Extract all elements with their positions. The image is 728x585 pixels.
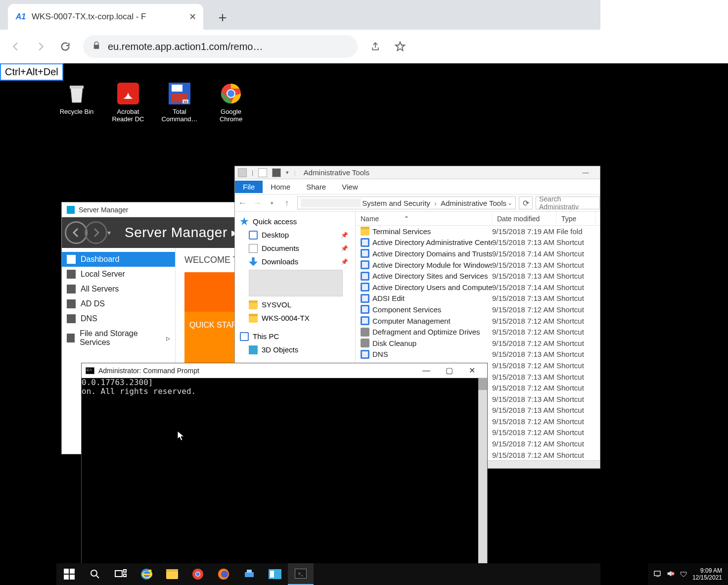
tree-quick-access[interactable]: Quick access	[235, 215, 355, 228]
volume-muted-icon[interactable]	[667, 570, 675, 579]
adobe-icon	[116, 81, 140, 106]
cmd-title-bar[interactable]: Administrator: Command Prompt — ▢ ✕	[82, 363, 487, 378]
command-prompt-window[interactable]: Administrator: Command Prompt — ▢ ✕ 0.0.…	[81, 363, 488, 579]
col-type[interactable]: Type	[556, 212, 596, 225]
path-segment[interactable]: System and Security	[362, 199, 430, 207]
taskbar-ie[interactable]	[134, 563, 159, 585]
tab-close-icon[interactable]: ✕	[189, 11, 196, 22]
tree-downloads[interactable]: Downloads📌	[235, 255, 355, 268]
file-row[interactable]: Defragment and Optimize Drives9/15/2018 …	[356, 326, 600, 338]
taskbar-printer[interactable]	[236, 563, 262, 585]
file-row[interactable]: DNS9/15/2018 7:13 AMShortcut	[356, 349, 600, 360]
desktop-icon-total-commander[interactable]: 64 Total Command…	[160, 81, 199, 123]
sm-nav-dns[interactable]: DNS	[62, 311, 175, 326]
file-type: Shortcut	[556, 350, 596, 358]
file-row[interactable]: Disk Cleanup9/15/2018 7:12 AMShortcut	[356, 338, 600, 349]
nav-back-button[interactable]	[5, 36, 27, 57]
tree-sysvol[interactable]: SYSVOL	[235, 298, 355, 311]
close-button[interactable]: ✕	[460, 364, 483, 378]
cmd-scroll-thumb[interactable]	[478, 378, 487, 390]
taskbar-file-explorer[interactable]	[159, 563, 185, 585]
tree-desktop[interactable]: Desktop📌	[235, 228, 355, 242]
qat-icon[interactable]	[272, 168, 281, 177]
fe-tab-home[interactable]: Home	[263, 181, 298, 193]
file-date: 9/15/2018 7:12 AM	[492, 428, 556, 437]
sm-nav-all-servers[interactable]: All Servers	[62, 282, 175, 296]
fe-quick-access-toolbar: | ▾ | Administrative Tools —	[235, 166, 600, 179]
start-button[interactable]	[56, 563, 82, 585]
taskbar-server-manager[interactable]	[262, 563, 288, 585]
fe-window-title: Administrative Tools	[304, 168, 369, 177]
fe-tab-file[interactable]: File	[235, 181, 263, 193]
taskbar-cmd[interactable]: >_	[288, 563, 314, 585]
col-date[interactable]: Date modified	[492, 212, 556, 225]
file-row[interactable]: Active Directory Domains and Trusts9/15/…	[356, 248, 600, 259]
file-row[interactable]: ADSI Edit9/15/2018 7:13 AMShortcut	[356, 293, 600, 304]
file-row[interactable]: Component Services9/15/2018 7:12 AMShort…	[356, 304, 600, 315]
sm-nav-file-storage[interactable]: File and Storage Services▹	[62, 326, 175, 350]
file-name: DNS	[372, 350, 492, 358]
network-icon[interactable]	[654, 570, 662, 579]
desktop-icon-chrome[interactable]: Google Chrome	[212, 81, 250, 123]
fe-nav-history[interactable]: ▾	[265, 200, 279, 206]
server-manager-title: Server Manager	[79, 206, 128, 214]
bookmark-button[interactable]	[389, 36, 411, 57]
ctrl-alt-del-button[interactable]: Ctrl+Alt+Del	[0, 63, 63, 81]
fe-nav-up[interactable]: ↑	[279, 198, 294, 208]
server-manager-breadcrumb-root[interactable]: Server Manager	[125, 225, 228, 241]
share-button[interactable]	[364, 36, 386, 57]
sm-nav-ad-ds[interactable]: AD DS	[62, 296, 175, 311]
file-row[interactable]: Active Directory Users and Computers9/15…	[356, 282, 600, 293]
nav-forward-button[interactable]	[30, 36, 51, 57]
fe-path[interactable]: System and Security › Administrative Too…	[297, 196, 516, 209]
fe-tab-view[interactable]: View	[334, 181, 365, 193]
col-name[interactable]: Name⌃	[356, 212, 492, 225]
minimize-button[interactable]: —	[415, 364, 438, 378]
file-row[interactable]: Active Directory Sites and Services9/15/…	[356, 270, 600, 282]
file-row[interactable]: Active Directory Administrative Center9/…	[356, 237, 600, 248]
fe-nav-forward[interactable]: →	[250, 198, 265, 208]
taskbar-firefox[interactable]	[211, 563, 236, 585]
maximize-button[interactable]: ▢	[438, 364, 460, 378]
file-date: 9/15/2018 7:14 AM	[492, 283, 556, 292]
minimize-button[interactable]: —	[574, 166, 597, 179]
chevron-down-icon[interactable]: ⌄	[507, 199, 512, 206]
browser-toolbar: eu.remote.app.action1.com/remo…	[0, 30, 728, 63]
nav-forward-icon[interactable]	[85, 221, 107, 244]
cmd-body[interactable]: 0.0.17763.2300] on. All rights reserved.	[82, 378, 487, 578]
new-tab-button[interactable]: +	[216, 11, 229, 25]
taskbar-chrome[interactable]	[185, 563, 211, 585]
action1-tray-icon[interactable]	[680, 570, 687, 579]
cmd-scrollbar[interactable]	[478, 378, 487, 578]
sm-nav-dashboard[interactable]: Dashboard	[62, 252, 175, 267]
fe-search-input[interactable]: Search Administrativ	[536, 196, 600, 209]
fe-refresh-button[interactable]: ⟳	[519, 196, 533, 209]
desktop-icon-acrobat[interactable]: Acrobat Reader DC	[109, 81, 147, 123]
nav-reload-button[interactable]	[54, 36, 76, 57]
qat-icon[interactable]	[258, 168, 267, 177]
file-row[interactable]: Computer Management9/15/2018 7:12 AMShor…	[356, 315, 600, 327]
desktop-icon-recycle-bin[interactable]: Recycle Bin	[57, 81, 96, 123]
tree-this-pc[interactable]: This PC	[235, 330, 355, 343]
qat-icon[interactable]	[238, 168, 247, 177]
task-view-button[interactable]	[108, 563, 134, 585]
fe-nav-back[interactable]: ←	[235, 198, 250, 208]
tree-wks0004[interactable]: WKS-0004-TX	[235, 311, 355, 325]
omnibox[interactable]: eu.remote.app.action1.com/remo…	[83, 35, 358, 58]
browser-tab[interactable]: A1 WKS-0007-TX.tx-corp.local - F ✕	[8, 4, 203, 30]
file-row[interactable]: Terminal Services9/15/2018 7:19 AMFile f…	[356, 226, 600, 237]
fe-column-headers: Name⌃ Date modified Type	[356, 212, 600, 226]
path-segment[interactable]: Administrative Tools	[441, 199, 506, 207]
file-row[interactable]: Active Directory Module for Windows Po…9…	[356, 259, 600, 271]
tree-documents[interactable]: Documents📌	[235, 242, 355, 255]
file-type: Shortcut	[556, 238, 596, 246]
clock[interactable]: 9:09 AM 12/15/2021	[692, 567, 722, 581]
file-type: Shortcut	[556, 272, 596, 280]
pc-icon	[240, 332, 249, 341]
storage-icon	[67, 334, 75, 342]
fe-tab-share[interactable]: Share	[298, 181, 334, 193]
search-button[interactable]	[82, 563, 108, 585]
tree-3d-objects[interactable]: 3D Objects	[235, 343, 355, 356]
file-name: ADSI Edit	[372, 294, 492, 302]
sm-nav-local-server[interactable]: Local Server	[62, 267, 175, 282]
